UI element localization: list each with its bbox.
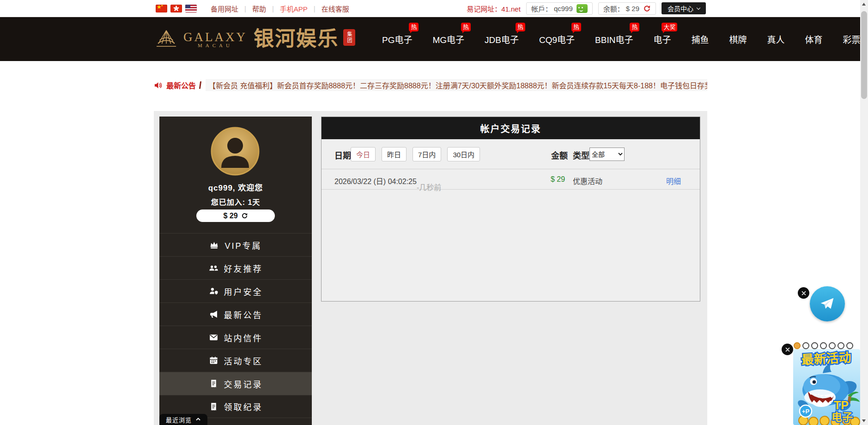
crown-icon: [209, 240, 219, 250]
hongkong-flag-icon[interactable]: [170, 5, 182, 12]
receipt-icon: [209, 379, 219, 388]
announcement-marquee[interactable]: 【新会员 充值福利】新会员首存奖励8888元！二存三存奖励8888元！注册满7天…: [206, 79, 707, 91]
nav-item-彩票[interactable]: 彩票: [843, 33, 860, 45]
promo-dot-3[interactable]: [811, 342, 818, 349]
announcement-label[interactable]: 最新公告: [166, 80, 196, 91]
nav-badge: 热: [461, 23, 471, 31]
nav-item-真人[interactable]: 真人: [767, 33, 784, 45]
user-shield-icon: [209, 286, 219, 296]
promo-dot-7[interactable]: [846, 342, 853, 349]
nav-menu: PG电子热MG电子热JDB电子热CQ9电子热BBIN电子热电子大奖捕鱼棋牌真人体…: [372, 33, 868, 45]
nav-item-PG电子[interactable]: PG电子热: [382, 33, 412, 45]
refresh-icon[interactable]: [643, 5, 651, 12]
nav-item-捕鱼[interactable]: 捕鱼: [691, 33, 709, 45]
transaction-detail-link[interactable]: 明细: [666, 175, 681, 186]
filter-row: 日期 今日昨日7日内30日内 金额 类型 全部: [322, 139, 700, 169]
member-center-button[interactable]: 会员中心: [662, 2, 706, 14]
account-label: 帐戶：: [531, 4, 552, 13]
logo-chinese-text: 银河娱乐: [254, 29, 339, 49]
logo-galaxy-text: GALAXY: [183, 31, 247, 43]
balance-pill-button[interactable]: $ 29: [196, 209, 275, 222]
close-icon: [785, 347, 790, 352]
nav-badge: 热: [409, 23, 419, 31]
type-column-label: 类型: [573, 149, 589, 161]
telegram-button[interactable]: [810, 286, 845, 321]
type-select[interactable]: 全部: [589, 148, 625, 161]
site-logo[interactable]: GALAXY MACAU 银河娱乐 集团: [153, 29, 355, 50]
promo-dot-4[interactable]: [820, 342, 827, 349]
nav-badge: 热: [630, 23, 639, 31]
sidebar-item-用户安全[interactable]: 用户安全: [159, 279, 312, 302]
sidebar-item-label: 好友推荐: [224, 262, 263, 274]
chevron-up-icon: [195, 417, 201, 422]
sidebar-item-VIP专属[interactable]: VIP专属: [159, 233, 312, 256]
nav-item-电子[interactable]: 电子大奖: [653, 33, 671, 45]
usa-flag-icon[interactable]: [185, 5, 197, 12]
nav-item-JDB电子[interactable]: JDB电子热: [485, 33, 519, 45]
receipt-icon: [209, 402, 219, 412]
topbar-link-3[interactable]: 手机APP: [280, 4, 308, 13]
china-flag-icon[interactable]: ★★: [156, 5, 167, 12]
sidebar-item-活动专区[interactable]: 活动专区: [159, 349, 312, 372]
sidebar-item-label: 用户安全: [224, 285, 263, 297]
users-icon: [209, 263, 219, 273]
scroll-down-arrow[interactable]: [862, 419, 866, 422]
sidebar-item-label: 站内信件: [224, 332, 263, 344]
promo-dot-5[interactable]: [829, 342, 836, 349]
joined-days-text: 您已加入: 1天: [159, 196, 312, 207]
announcement-text: 【新会员 充值福利】新会员首存奖励8888元！二存三存奖励8888元！注册满7天…: [208, 80, 707, 91]
recent-browse-badge[interactable]: 最近浏览: [159, 414, 207, 425]
nav-item-BBIN电子[interactable]: BBIN电子热: [595, 33, 633, 45]
sidebar-item-最新公告[interactable]: 最新公告: [159, 302, 312, 326]
main-nav: GALAXY MACAU 银河娱乐 集团 PG电子热MG电子热JDB电子热CQ9…: [0, 17, 860, 61]
scrollbar-thumb[interactable]: [861, 11, 867, 99]
nav-item-CQ9电子[interactable]: CQ9电子热: [539, 33, 575, 45]
sidebar-item-label: 领取纪录: [224, 400, 263, 413]
nav-badge: 大奖: [662, 23, 677, 31]
chevron-down-icon: [697, 6, 700, 9]
sidebar-item-label: 最新公告: [224, 308, 263, 320]
topbar: ★★ 备用网址|帮助|手机APP|在线客服 易记网址：41.net 帐戶：qc9…: [0, 0, 860, 17]
telegram-close-button[interactable]: [798, 287, 809, 299]
megaphone-icon: [209, 309, 219, 319]
chat-icon[interactable]: [577, 4, 588, 13]
date-filter-7日内[interactable]: 7日内: [413, 147, 441, 161]
scroll-up-arrow[interactable]: [862, 3, 866, 6]
promo-dots: [794, 342, 853, 349]
promo-dot-6[interactable]: [838, 342, 844, 349]
separator: |: [244, 5, 246, 12]
sidebar-item-站内信件[interactable]: 站内信件: [159, 326, 312, 349]
promo-dot-1[interactable]: [794, 342, 801, 349]
sidebar-item-label: 交易记录: [224, 378, 263, 390]
topbar-link-2[interactable]: 帮助: [252, 4, 266, 13]
panel-title: 帐户交易记录: [322, 117, 700, 139]
avatar: [210, 126, 260, 176]
sidebar-item-好友推荐[interactable]: 好友推荐: [159, 256, 312, 279]
sidebar-item-label: 活动专区: [224, 355, 263, 367]
promo-banner-image[interactable]: +P 最新活动 TP 电子: [793, 349, 860, 425]
nav-item-棋牌[interactable]: 棋牌: [729, 33, 747, 45]
speaker-icon: [154, 81, 163, 90]
transaction-type: 优惠活动: [573, 175, 602, 186]
sidebar-item-交易记录[interactable]: 交易记录: [159, 372, 312, 395]
topbar-right: 易记网址：41.net 帐戶：qc999 余额：$ 29 会员中心: [467, 2, 706, 15]
topbar-link-1[interactable]: 备用网址: [211, 4, 238, 13]
transaction-relative-time: -几秒前: [417, 181, 441, 192]
topbar-link-4[interactable]: 在线客服: [322, 4, 349, 13]
date-filter-30日内[interactable]: 30日内: [447, 147, 480, 161]
calendar-icon: [209, 356, 219, 365]
date-filter-今日[interactable]: 今日: [351, 147, 376, 161]
date-filter-label: 日期: [334, 149, 351, 161]
envelope-icon: [209, 333, 219, 342]
separator: |: [272, 5, 274, 12]
promo-dot-2[interactable]: [802, 342, 809, 349]
promo-close-button[interactable]: [782, 344, 793, 355]
nav-item-体育[interactable]: 体育: [805, 33, 822, 45]
date-filter-buttons: 今日昨日7日内30日内: [351, 147, 480, 161]
galaxy-emblem-icon: [153, 29, 180, 50]
nav-item-MG电子[interactable]: MG电子热: [432, 33, 464, 45]
content-area: qc999, 欢迎您 您已加入: 1天 $ 29 VIP专属好友推荐用户安全最新…: [154, 111, 707, 425]
date-filter-昨日[interactable]: 昨日: [382, 147, 407, 161]
balance-value: $ 29: [626, 5, 639, 12]
logo-seal: 集团: [343, 29, 355, 46]
